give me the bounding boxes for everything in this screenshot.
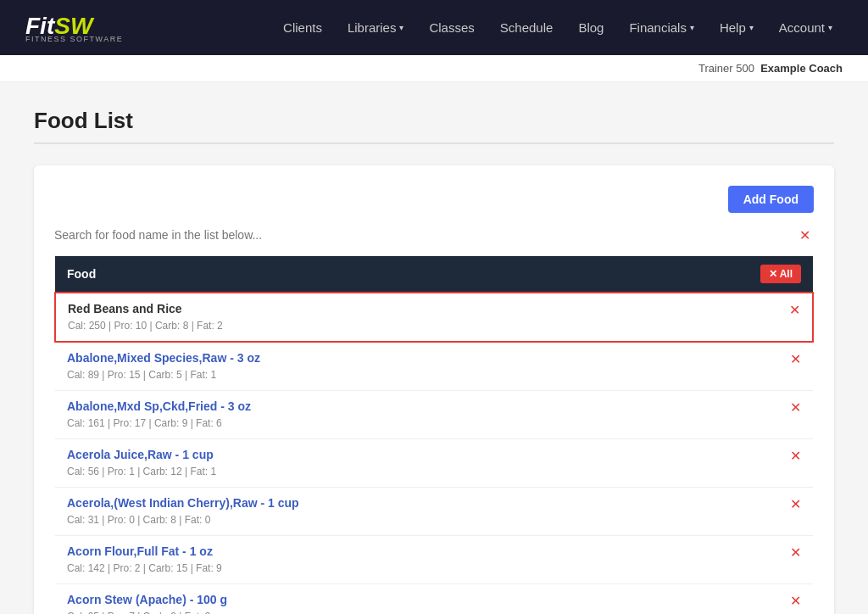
nav-item-clients[interactable]: Clients <box>273 14 332 42</box>
food-cell: Acerola,(West Indian Cherry),Raw - 1 cup… <box>55 488 660 536</box>
nav-link-libraries[interactable]: Libraries▾ <box>337 14 415 42</box>
food-cell: Acerola Juice,Raw - 1 cupCal: 56 | Pro: … <box>55 439 660 488</box>
food-action-cell: ✕ <box>660 584 813 615</box>
nav-caret-icon: ▾ <box>690 23 694 32</box>
remove-food-button[interactable]: ✕ <box>789 302 800 318</box>
nav-caret-icon: ▾ <box>399 23 403 32</box>
nav-item-classes[interactable]: Classes <box>419 14 484 42</box>
remove-food-button[interactable]: ✕ <box>790 544 801 561</box>
table-row: Acerola Juice,Raw - 1 cupCal: 56 | Pro: … <box>55 439 813 488</box>
table-row: Acorn Flour,Full Fat - 1 ozCal: 142 | Pr… <box>55 536 813 584</box>
food-cell: Abalone,Mxd Sp,Ckd,Fried - 3 ozCal: 161 … <box>55 391 660 439</box>
remove-food-button[interactable]: ✕ <box>790 351 801 367</box>
nav-link-account[interactable]: Account▾ <box>769 14 843 42</box>
remove-food-button[interactable]: ✕ <box>790 593 801 609</box>
food-cell: Acorn Stew (Apache) - 100 gCal: 95 | Pro… <box>55 584 660 615</box>
food-action-cell: ✕ <box>660 342 813 391</box>
food-name[interactable]: Abalone,Mxd Sp,Ckd,Fried - 3 oz <box>67 399 648 413</box>
remove-food-button[interactable]: ✕ <box>790 448 801 464</box>
food-meta: Cal: 31 | Pro: 0 | Carb: 8 | Fat: 0 <box>67 514 210 526</box>
food-action-cell: ✕ <box>660 439 813 488</box>
food-meta: Cal: 250 | Pro: 10 | Carb: 8 | Fat: 2 <box>68 320 223 332</box>
nav-link-financials[interactable]: Financials▾ <box>619 14 704 42</box>
nav-caret-icon: ▾ <box>749 23 754 32</box>
nav-item-help[interactable]: Help▾ <box>709 14 764 42</box>
search-clear-icon[interactable]: ✕ <box>796 227 814 243</box>
food-name[interactable]: Acerola,(West Indian Cherry),Raw - 1 cup <box>67 496 648 510</box>
food-table: Food ✕ All Red Beans and RiceCal: 250 | … <box>54 256 814 614</box>
table-row: Red Beans and RiceCal: 250 | Pro: 10 | C… <box>55 293 813 342</box>
food-meta: Cal: 95 | Pro: 7 | Carb: 9 | Fat: 3 <box>67 611 210 614</box>
food-name[interactable]: Acerola Juice,Raw - 1 cup <box>67 448 648 461</box>
search-input[interactable] <box>54 225 796 245</box>
table-row: Abalone,Mxd Sp,Ckd,Fried - 3 ozCal: 161 … <box>55 391 813 439</box>
search-row: ✕ <box>54 225 814 256</box>
nav-item-libraries[interactable]: Libraries▾ <box>337 14 415 42</box>
food-meta: Cal: 161 | Pro: 17 | Carb: 9 | Fat: 6 <box>67 417 222 429</box>
nav-link-blog[interactable]: Blog <box>568 14 614 42</box>
nav-item-schedule[interactable]: Schedule <box>490 14 564 42</box>
card-toolbar: Add Food <box>54 186 814 213</box>
nav-link-schedule[interactable]: Schedule <box>490 14 564 42</box>
food-action-cell: ✕ <box>660 391 813 439</box>
nav-link-classes[interactable]: Classes <box>419 14 484 42</box>
food-name[interactable]: Acorn Stew (Apache) - 100 g <box>67 593 648 606</box>
food-meta: Cal: 56 | Pro: 1 | Carb: 12 | Fat: 1 <box>67 466 216 477</box>
table-header-row: Food ✕ All <box>55 256 813 293</box>
subheader: Trainer 500 Example Coach <box>0 55 868 82</box>
food-cell: Acorn Flour,Full Fat - 1 ozCal: 142 | Pr… <box>55 536 660 584</box>
food-action-cell: ✕ <box>660 488 813 536</box>
food-meta: Cal: 89 | Pro: 15 | Carb: 5 | Fat: 1 <box>67 369 216 381</box>
remove-food-button[interactable]: ✕ <box>790 496 801 512</box>
table-row: Abalone,Mixed Species,Raw - 3 ozCal: 89 … <box>55 342 813 391</box>
remove-all-button[interactable]: ✕ All <box>760 265 801 283</box>
food-list-card: Add Food ✕ Food ✕ All Red Beans and Rice… <box>34 165 834 614</box>
nav-item-financials[interactable]: Financials▾ <box>619 14 704 42</box>
add-food-button[interactable]: Add Food <box>728 186 814 213</box>
food-name[interactable]: Abalone,Mixed Species,Raw - 3 oz <box>67 351 648 365</box>
food-action-cell: ✕ <box>660 293 813 342</box>
navbar: FitSW FITNESS SOFTWARE ClientsLibraries▾… <box>0 0 868 55</box>
food-cell: Red Beans and RiceCal: 250 | Pro: 10 | C… <box>55 293 660 342</box>
food-meta: Cal: 142 | Pro: 2 | Carb: 15 | Fat: 9 <box>67 562 222 574</box>
food-name[interactable]: Red Beans and Rice <box>68 302 648 315</box>
food-cell: Abalone,Mixed Species,Raw - 3 ozCal: 89 … <box>55 342 660 391</box>
nav-links: ClientsLibraries▾ClassesScheduleBlogFina… <box>273 14 843 42</box>
food-action-cell: ✕ <box>660 536 813 584</box>
remove-food-button[interactable]: ✕ <box>790 399 801 416</box>
table-row: Acerola,(West Indian Cherry),Raw - 1 cup… <box>55 488 813 536</box>
nav-link-clients[interactable]: Clients <box>273 14 332 42</box>
food-list-body: Red Beans and RiceCal: 250 | Pro: 10 | C… <box>55 293 813 614</box>
nav-caret-icon: ▾ <box>828 23 832 32</box>
table-row: Acorn Stew (Apache) - 100 gCal: 95 | Pro… <box>55 584 813 615</box>
col-food-header: Food <box>55 256 660 293</box>
col-action-header: ✕ All <box>660 256 813 293</box>
food-name[interactable]: Acorn Flour,Full Fat - 1 oz <box>67 544 648 558</box>
trainer-prefix: Trainer 500 <box>698 62 754 75</box>
brand-logo[interactable]: FitSW FITNESS SOFTWARE <box>25 13 123 43</box>
title-divider <box>34 142 834 144</box>
main-content: Food List Add Food ✕ Food ✕ All Red Bean… <box>0 82 868 614</box>
nav-item-blog[interactable]: Blog <box>568 14 614 42</box>
page-title: Food List <box>34 108 834 134</box>
trainer-name: Example Coach <box>760 62 843 75</box>
logo-sub: FITNESS SOFTWARE <box>25 35 123 43</box>
nav-link-help[interactable]: Help▾ <box>709 14 764 42</box>
nav-item-account[interactable]: Account▾ <box>769 14 843 42</box>
